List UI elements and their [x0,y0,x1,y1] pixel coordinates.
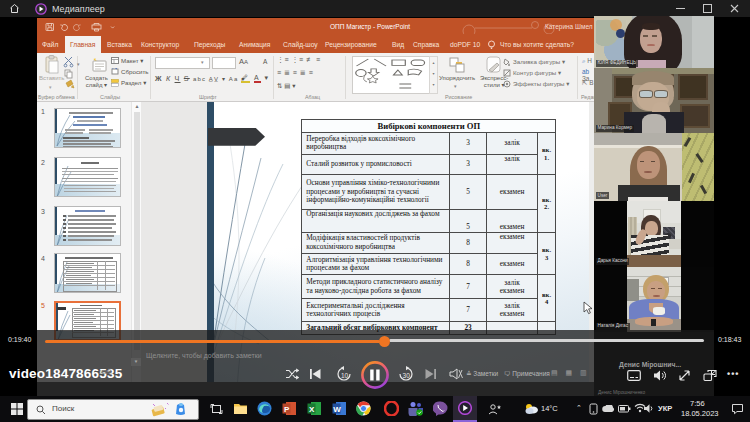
svg-text:W: W [333,405,341,414]
svg-text:X: X [309,405,315,414]
svg-text:30: 30 [403,372,411,379]
svg-text:10: 10 [341,372,349,379]
svg-text:P: P [284,405,290,414]
